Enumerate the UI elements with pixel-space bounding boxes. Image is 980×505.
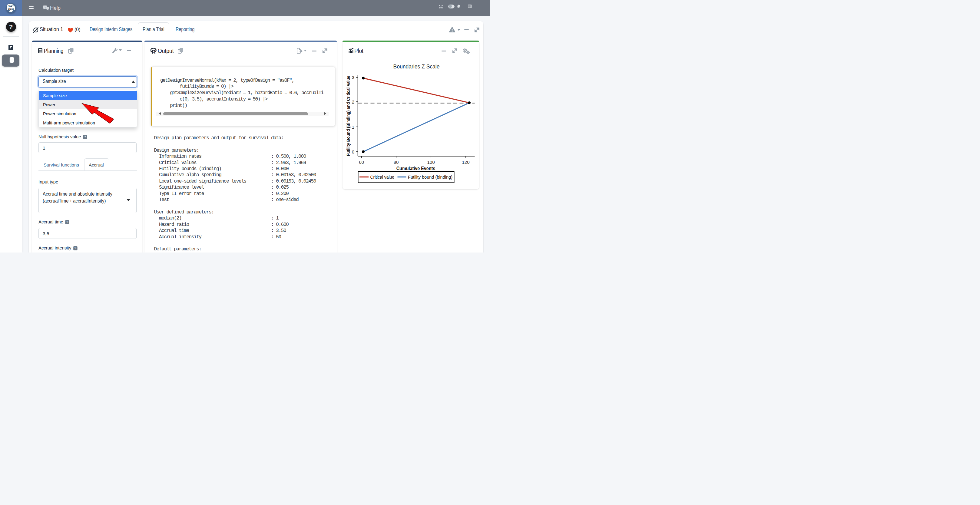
- svg-text:Cumulative Events: Cumulative Events: [396, 166, 436, 171]
- svg-text:R: R: [152, 49, 156, 54]
- svg-text:Futility bound (binding): Futility bound (binding): [408, 175, 452, 179]
- svg-text:Boundaries Z Scale: Boundaries Z Scale: [393, 63, 440, 70]
- svg-text:1: 1: [352, 124, 354, 130]
- svg-text:0: 0: [352, 149, 354, 154]
- svg-text:3: 3: [352, 75, 354, 80]
- svg-text:?: ?: [44, 6, 46, 9]
- svg-text:120: 120: [462, 160, 469, 165]
- svg-text:Critical value: Critical value: [371, 175, 395, 179]
- svg-text:80: 80: [394, 160, 399, 165]
- svg-text:Futility Bound (Binding) and C: Futility Bound (Binding) and Critical Va…: [345, 76, 351, 156]
- svg-text:60: 60: [359, 160, 364, 165]
- svg-text:100: 100: [427, 160, 434, 165]
- svg-text:2: 2: [352, 99, 354, 105]
